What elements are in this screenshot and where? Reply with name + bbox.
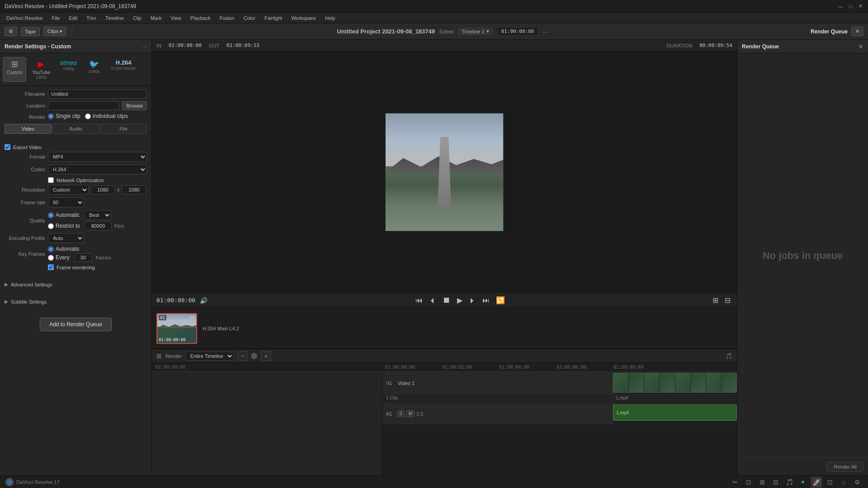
v1-track-content[interactable] xyxy=(613,372,737,394)
resolution-height-input[interactable] xyxy=(122,185,146,194)
timeline-grid-icon[interactable]: ⊞ xyxy=(156,352,162,360)
a1-s-button[interactable]: S xyxy=(397,410,405,417)
step-back-button[interactable]: ⏴ xyxy=(427,296,438,305)
menu-trim[interactable]: Trim xyxy=(83,14,100,22)
render-all-button[interactable]: Render All xyxy=(827,462,863,472)
clips-button[interactable]: Clips ▾ xyxy=(43,27,67,36)
a1-audio-clip[interactable]: 1.mp4 xyxy=(613,404,737,421)
menu-fairlight[interactable]: Fairlight xyxy=(261,14,286,22)
menu-workspace[interactable]: Workspace xyxy=(288,14,320,22)
ws-icon-edit[interactable]: ⊞ xyxy=(757,477,768,488)
keyframes-num-input[interactable] xyxy=(74,253,92,262)
ws-icon-fusion[interactable]: ⊟ xyxy=(770,477,781,488)
ws-icon-cut[interactable]: ⊡ xyxy=(743,477,754,488)
skip-to-start-button[interactable]: ⏮ xyxy=(414,296,425,305)
ws-icon-settings[interactable]: ⚙ xyxy=(852,477,863,488)
stop-button[interactable]: ⏹ xyxy=(441,295,453,306)
play-button[interactable]: ▶ xyxy=(455,295,464,305)
ws-icon-fairlight[interactable]: ✦ xyxy=(797,477,808,488)
single-clip-radio[interactable] xyxy=(48,113,54,119)
individual-clips-option[interactable]: Individual clips xyxy=(85,113,128,119)
menu-edit[interactable]: Edit xyxy=(65,14,81,22)
timeline-dot-button[interactable] xyxy=(251,353,257,359)
location-input[interactable] xyxy=(48,101,119,110)
framerate-select[interactable]: 60 30 24 25 xyxy=(48,197,84,207)
ws-icon-color[interactable]: 🎵 xyxy=(784,477,795,488)
frame-reordering-checkbox[interactable] xyxy=(48,264,54,270)
encoding-profile-select[interactable]: Auto xyxy=(48,233,84,243)
resolution-width-input[interactable] xyxy=(90,185,115,194)
preset-h264[interactable]: H.264 H.264 Master xyxy=(107,57,140,82)
keyframes-every-radio[interactable] xyxy=(48,255,54,261)
tab-video[interactable]: Video xyxy=(5,124,52,134)
preset-youtube[interactable]: ▶ YouTube 1080p xyxy=(28,57,54,82)
subtitle-settings-toggle[interactable]: ▶ Subtitle Settings xyxy=(5,297,147,306)
playback-right-controls: ⊞ ⊟ xyxy=(711,295,732,305)
close-button[interactable]: ✕ xyxy=(857,3,863,9)
header-timecode[interactable]: 01:00:00:00 xyxy=(497,27,538,36)
tab-file[interactable]: File xyxy=(100,124,147,134)
add-to-render-queue-button[interactable]: Add to Render Queue xyxy=(40,318,112,331)
menu-playback[interactable]: Playback xyxy=(187,14,214,22)
keyframes-auto-option[interactable]: Automatic xyxy=(48,246,111,252)
format-select[interactable]: MP4 MOV MKV xyxy=(48,152,147,162)
volume-button[interactable]: 🔊 xyxy=(198,296,209,305)
toolbar-icon1[interactable]: ⚙ xyxy=(5,27,17,36)
single-clip-option[interactable]: Single clip xyxy=(48,113,80,119)
timeline-selector[interactable]: Timeline 1 ▾ xyxy=(458,28,492,35)
quality-best-select[interactable]: Best High Medium xyxy=(84,210,111,220)
menu-clip[interactable]: Clip xyxy=(129,14,145,22)
menu-davinci[interactable]: DaVinci Resolve xyxy=(3,14,47,22)
menu-mark[interactable]: Mark xyxy=(147,14,165,22)
v1-clip-strip[interactable] xyxy=(613,373,737,393)
header-dots[interactable]: ··· xyxy=(542,28,548,35)
individual-clips-radio[interactable] xyxy=(85,113,91,119)
skip-to-end-button[interactable]: ⏭ xyxy=(481,296,491,305)
menu-color[interactable]: Color xyxy=(240,14,259,22)
loop-button[interactable]: 🔁 xyxy=(494,295,507,305)
codec-select[interactable]: H.264 H.265 xyxy=(48,164,147,174)
render-queue-close-button[interactable]: ✕ xyxy=(858,43,863,50)
render-queue-close[interactable]: ✕ xyxy=(851,27,863,36)
preset-twitter[interactable]: 🐦 1080p xyxy=(83,57,105,82)
render-settings-menu[interactable]: ··· xyxy=(142,43,147,50)
ws-icon-extra[interactable]: ⊡ xyxy=(825,477,835,488)
settings-button[interactable]: ⊟ xyxy=(723,295,732,305)
preset-vimeo[interactable]: vimeo 1080p xyxy=(56,57,81,82)
quality-kbps-input[interactable] xyxy=(85,221,112,230)
edited-badge: Edited xyxy=(439,29,453,34)
ws-icon-media[interactable]: ✂ xyxy=(730,477,741,488)
export-video-checkbox[interactable] xyxy=(5,144,10,150)
menu-fusion[interactable]: Fusion xyxy=(216,14,238,22)
timeline-plus-button[interactable]: + xyxy=(261,351,271,361)
menu-timeline[interactable]: Timeline xyxy=(102,14,127,22)
menu-file[interactable]: File xyxy=(48,14,64,22)
filename-input[interactable] xyxy=(48,89,147,99)
ws-icon-home[interactable]: ⌂ xyxy=(838,477,849,488)
network-opt-checkbox[interactable] xyxy=(48,177,54,183)
a1-m-button[interactable]: M xyxy=(406,410,415,417)
browse-button[interactable]: Browse xyxy=(122,101,147,110)
minimize-button[interactable]: — xyxy=(837,3,844,9)
timeline-minus-button[interactable]: − xyxy=(237,351,247,361)
step-forward-button[interactable]: ⏵ xyxy=(467,296,478,305)
fullscreen-button[interactable]: ⊞ xyxy=(711,295,720,305)
keyframes-auto-radio[interactable] xyxy=(48,246,54,252)
keyframes-every-option[interactable]: Every frames xyxy=(48,253,111,262)
quality-automatic-radio[interactable] xyxy=(48,212,54,218)
quality-restrict-radio[interactable] xyxy=(48,223,54,229)
menu-help[interactable]: Help xyxy=(321,14,339,22)
preset-custom[interactable]: ⊞ Custom xyxy=(3,57,26,82)
menu-view[interactable]: View xyxy=(167,14,185,22)
quality-restrict-option[interactable]: Restrict to Kb/s xyxy=(48,221,124,230)
quality-automatic-option[interactable]: Automatic Best High Medium xyxy=(48,210,124,220)
maximize-button[interactable]: □ xyxy=(847,3,854,9)
a1-track-content[interactable]: 1.mp4 xyxy=(613,404,737,424)
tape-button[interactable]: Tape xyxy=(21,27,40,36)
resolution-preset-select[interactable]: Custom 868x488 xyxy=(48,185,89,195)
tab-audio[interactable]: Audio xyxy=(52,124,99,134)
clip-thumbnail[interactable]: 01 01:00:00:00 V1 xyxy=(156,313,197,344)
advanced-settings-toggle[interactable]: ▶ Advanced Settings xyxy=(5,280,147,289)
ws-icon-deliver[interactable]: 🚀 xyxy=(811,477,822,488)
render-scope-select[interactable]: Entire Timeline In/Out Range xyxy=(185,352,234,361)
